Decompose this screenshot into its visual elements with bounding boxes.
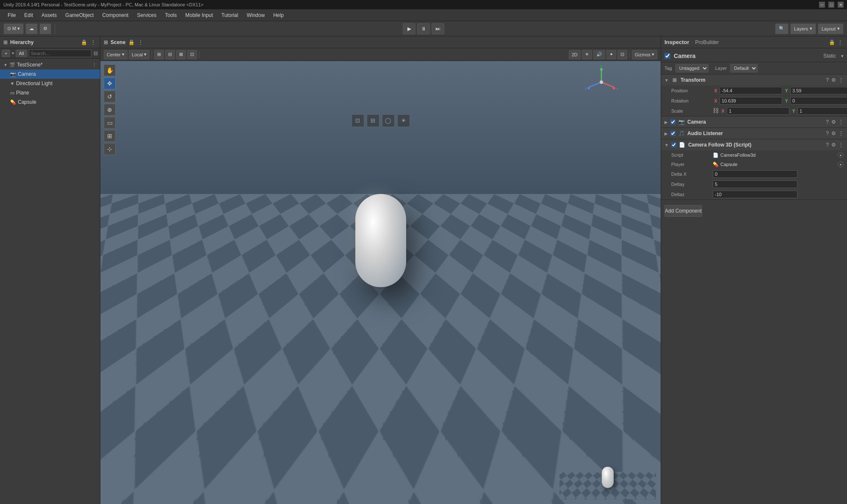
breadcrumb-scenes[interactable]: Scenes: [207, 436, 222, 441]
hier-item-testscene[interactable]: ▼ 🎬 TestScene* ⋮: [0, 60, 100, 69]
script-ref-dot[interactable]: ●: [838, 152, 844, 158]
camera-comp-help[interactable]: ?: [826, 119, 829, 125]
hier-item-camera[interactable]: 📷 Camera: [0, 69, 100, 79]
scene-icon-light[interactable]: ☀: [397, 114, 410, 127]
scene-lock-button[interactable]: 🔒: [128, 39, 135, 46]
audio-listener-settings[interactable]: ⚙: [831, 130, 836, 136]
camera-follow-settings[interactable]: ⚙: [831, 142, 836, 148]
pause-button[interactable]: ⏸: [417, 23, 430, 34]
scale-tool[interactable]: ⊕: [104, 104, 116, 116]
rotate-tool[interactable]: ↺: [104, 91, 116, 102]
transform-menu-button[interactable]: ⋮: [839, 77, 844, 83]
hier-item-directionallight[interactable]: ☀ Directional Light: [0, 79, 100, 88]
center-button[interactable]: Center ▾: [104, 50, 127, 59]
rect-tool[interactable]: ▭: [104, 117, 116, 129]
hier-item-capsule[interactable]: 💊 Capsule: [0, 97, 100, 107]
bottom-menu-button[interactable]: ⋮: [468, 413, 474, 420]
folder-text[interactable]: 📁 Text: [102, 435, 183, 444]
people-icon-button[interactable]: 👥: [424, 424, 432, 432]
camera-comp-checkbox[interactable]: [670, 119, 675, 125]
2d-button[interactable]: 2D: [569, 50, 581, 59]
scene-visibility-button[interactable]: ⊡: [187, 50, 197, 59]
transform-header[interactable]: ▼ ⊞ Transform ? ⚙ ⋮: [661, 75, 847, 86]
deltaz-input[interactable]: [713, 191, 797, 198]
audio-listener-help[interactable]: ?: [826, 130, 829, 136]
play-button[interactable]: ▶: [403, 23, 415, 34]
grid-settings-button[interactable]: ⊠: [176, 50, 186, 59]
camera-comp-settings[interactable]: ⚙: [831, 119, 836, 125]
hierarchy-lock-button[interactable]: 🔒: [80, 39, 87, 46]
settings-button[interactable]: ⚙: [39, 23, 51, 34]
menu-tools[interactable]: Tools: [161, 11, 181, 20]
menu-assets[interactable]: Assets: [37, 11, 61, 20]
close-button[interactable]: ✕: [838, 2, 844, 8]
menu-component[interactable]: Component: [98, 11, 133, 20]
gizmo-widget[interactable]: Y X Z: [584, 65, 618, 99]
camera-follow-checkbox[interactable]: [671, 142, 676, 147]
cloud-button[interactable]: ☁: [25, 23, 38, 34]
camera-comp-menu[interactable]: ⋮: [839, 119, 844, 125]
scale-y-input[interactable]: [797, 107, 847, 115]
layer-dropdown[interactable]: Default: [730, 64, 758, 72]
scene-audio-button[interactable]: 🔊: [593, 50, 605, 59]
hierarchy-all-button[interactable]: All: [16, 50, 27, 57]
add-component-button[interactable]: Add Component: [664, 205, 702, 217]
collab-button[interactable]: 🔍: [775, 23, 789, 34]
static-arrow[interactable]: ▾: [841, 53, 844, 59]
tag-dropdown[interactable]: Untagged: [675, 64, 709, 72]
menu-file[interactable]: File: [3, 11, 20, 20]
scene-icon-sphere[interactable]: ◯: [382, 114, 395, 127]
history-icon-button[interactable]: 🕐: [454, 424, 462, 432]
position-y-input[interactable]: [790, 87, 847, 94]
menu-edit[interactable]: Edit: [20, 11, 37, 20]
layers-button[interactable]: Layers ▾: [790, 23, 816, 34]
deltay-input[interactable]: [713, 180, 797, 188]
scale-x-input[interactable]: [727, 107, 789, 115]
project-add-button[interactable]: +: [104, 424, 112, 432]
audio-listener-checkbox[interactable]: [670, 131, 675, 136]
breadcrumb-testscene[interactable]: TestScene: [226, 436, 248, 441]
hierarchy-add-button[interactable]: +: [2, 50, 10, 57]
layout-button[interactable]: Layout ▾: [818, 23, 844, 34]
camera-component-header[interactable]: ▶ 📷 Camera ? ⚙ ⋮: [661, 116, 847, 127]
menu-tutorial[interactable]: Tutorial: [217, 11, 243, 20]
minimize-button[interactable]: ─: [819, 2, 825, 8]
camera-follow-header[interactable]: ▼ 📄 Camera Follow 3D (Script) ? ⚙ ⋮: [661, 139, 847, 150]
project-tab[interactable]: 📁 Project: [100, 411, 135, 422]
inspector-lock-button[interactable]: 🔒: [828, 39, 835, 46]
scene-light-button[interactable]: ☀: [582, 50, 592, 59]
menu-services[interactable]: Services: [133, 11, 161, 20]
scene-icon-rect[interactable]: ⊟: [367, 114, 379, 127]
transform-help-button[interactable]: ?: [826, 77, 829, 83]
console-tab[interactable]: ▤ Console: [135, 411, 170, 422]
local-button[interactable]: Local ▾: [129, 50, 149, 59]
rotation-y-input[interactable]: [790, 97, 847, 105]
position-x-input[interactable]: [720, 87, 782, 94]
step-button[interactable]: ⏭: [432, 23, 444, 34]
project-search-input[interactable]: [118, 424, 177, 432]
camera-follow-menu[interactable]: ⋮: [839, 142, 844, 148]
probuilder-tab[interactable]: ProBuilder: [691, 38, 723, 47]
folder-tombs[interactable]: 📁 Tombs: [102, 444, 183, 454]
move-tool[interactable]: ✥: [104, 78, 116, 89]
account-button[interactable]: ⊙ M ▾: [3, 23, 24, 34]
menu-window[interactable]: Window: [242, 11, 269, 20]
hierarchy-menu-button[interactable]: ⋮: [90, 39, 97, 46]
info-icon-button[interactable]: ℹ: [444, 424, 452, 432]
bottom-lock-button[interactable]: 🔒: [461, 413, 468, 420]
audio-listener-menu[interactable]: ⋮: [839, 130, 844, 136]
audio-listener-header[interactable]: ▶ 🎵 Audio Listener ? ⚙ ⋮: [661, 128, 847, 139]
save-icon-button[interactable]: 💾: [413, 424, 422, 432]
transform-settings-button[interactable]: ⚙: [831, 77, 836, 83]
scene-icon-box[interactable]: ⊡: [352, 114, 364, 127]
hand-tool[interactable]: ✋: [104, 64, 116, 76]
star-icon-button[interactable]: ⭐: [434, 424, 442, 432]
object-active-checkbox[interactable]: [664, 53, 670, 59]
hier-item-plane[interactable]: ▭ Plane: [0, 88, 100, 97]
testscene-menu[interactable]: ⋮: [92, 62, 97, 68]
inspector-menu-button[interactable]: ⋮: [837, 39, 844, 46]
menu-help[interactable]: Help: [269, 11, 288, 20]
custom-tool[interactable]: ⊹: [104, 143, 116, 155]
transform-all-tool[interactable]: ⊞: [104, 130, 116, 142]
menu-mobileinput[interactable]: Mobile Input: [181, 11, 217, 20]
